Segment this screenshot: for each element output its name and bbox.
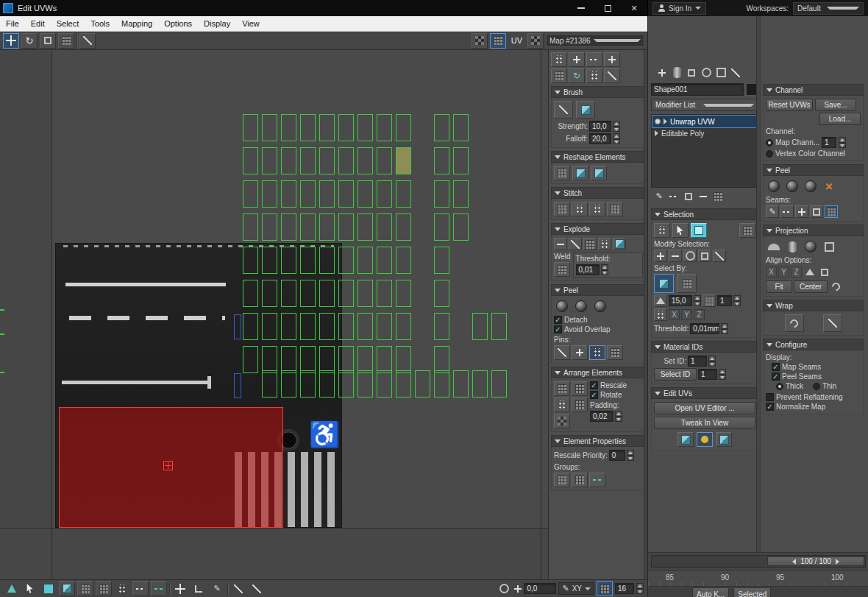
modify-tab-icon[interactable]: [670, 66, 683, 79]
uv-island-cell[interactable]: [396, 280, 411, 307]
snap-grid-toggle[interactable]: [597, 581, 613, 596]
uv-island-cell[interactable]: [262, 180, 277, 208]
uv-island-cell[interactable]: [377, 147, 392, 174]
edge-select-icon[interactable]: [672, 223, 689, 238]
open-uv-editor-button[interactable]: Open UV Editor ...: [654, 402, 755, 414]
sign-in-dropdown[interactable]: Sign In: [652, 2, 706, 15]
rollout-configure-header[interactable]: Configure: [763, 339, 864, 350]
link-icon[interactable]: [249, 581, 265, 596]
menu-tools[interactable]: Tools: [85, 16, 115, 32]
corner-typein-icon[interactable]: [191, 581, 207, 596]
uv-island-cell[interactable]: [434, 247, 449, 274]
menu-edit[interactable]: Edit: [25, 16, 51, 32]
pin-remove-icon[interactable]: [589, 345, 605, 360]
set-id-spinner[interactable]: [708, 356, 716, 367]
peel-mode-icon[interactable]: [573, 299, 589, 314]
uv-island-cell[interactable]: [281, 213, 296, 241]
space-vertical-icon[interactable]: [551, 68, 567, 83]
uv-island-cell[interactable]: [319, 346, 335, 373]
stitch-average-icon[interactable]: [589, 202, 605, 216]
pivot-center-icon[interactable]: [496, 581, 512, 596]
pack-normalize-icon[interactable]: [572, 381, 588, 396]
uv-island-cell[interactable]: [319, 114, 335, 141]
uv-island-cell[interactable]: [357, 370, 373, 398]
space-horizontal-icon[interactable]: [604, 52, 620, 67]
align-normal-icon[interactable]: [803, 266, 817, 278]
select-by-element-icon[interactable]: [739, 223, 755, 238]
rollout-material-ids-header[interactable]: Material IDs: [651, 341, 758, 353]
strength-spinner[interactable]: [613, 121, 620, 132]
rotate-checkbox[interactable]: ✓: [590, 391, 598, 399]
texture-checker-icon[interactable]: [527, 33, 544, 49]
fit-button[interactable]: Fit: [766, 280, 792, 293]
cube-mode-icon[interactable]: [59, 581, 75, 596]
seam-grid-icon[interactable]: [825, 205, 838, 218]
uv-island-cell[interactable]: [319, 370, 335, 398]
object-name-field[interactable]: Shape001: [651, 83, 744, 96]
uv-island-cell-blue[interactable]: [234, 314, 241, 339]
uv-island-cell[interactable]: [396, 114, 411, 141]
shrink-selection-icon[interactable]: [669, 250, 682, 262]
uv-island-cell[interactable]: [319, 147, 335, 174]
maximize-button[interactable]: [594, 0, 621, 16]
smoothing-group-icon[interactable]: [702, 294, 716, 307]
uv-island-cell[interactable]: [396, 247, 411, 274]
modifier-list-dropdown[interactable]: Modifier List: [651, 99, 758, 111]
uv-island-cell[interactable]: [243, 213, 258, 241]
uv-island-cell[interactable]: [472, 313, 488, 340]
uv-island-cell[interactable]: [357, 213, 373, 241]
checker-pattern-icon[interactable]: [490, 33, 506, 49]
uv-island-cell[interactable]: [300, 114, 316, 141]
uv-island-cell[interactable]: [396, 313, 411, 340]
rollout-brush-header[interactable]: Brush: [551, 86, 646, 98]
rotate-90-cw-icon[interactable]: [586, 68, 602, 83]
scale-tool-icon[interactable]: [40, 33, 56, 49]
seam-brackets-icon[interactable]: [810, 205, 823, 218]
loop-selection-icon[interactable]: [698, 250, 711, 262]
remove-modifier-icon[interactable]: [697, 190, 710, 202]
minimize-button[interactable]: [568, 0, 594, 16]
menu-mapping[interactable]: Mapping: [115, 16, 158, 32]
dots-column-icon[interactable]: [114, 581, 130, 596]
spline-wrap-icon[interactable]: [785, 314, 804, 332]
peel-mode-icon[interactable]: [784, 179, 800, 194]
uv-island-cell[interactable]: [281, 370, 296, 398]
uv-island-cell[interactable]: [319, 280, 335, 307]
uv-island-cell[interactable]: [453, 213, 469, 241]
polygon-select-icon[interactable]: [691, 223, 707, 238]
point-to-point-seam-icon[interactable]: [780, 205, 794, 218]
uv-island-cell[interactable]: [377, 247, 392, 274]
uv-island-cell[interactable]: [453, 147, 469, 174]
uv-island-cell[interactable]: [491, 313, 507, 340]
thin-radio[interactable]: [813, 383, 820, 390]
uv-island-cell[interactable]: [453, 180, 469, 208]
plane-dropdown[interactable]: ✎ XY: [558, 582, 594, 595]
select-id-button[interactable]: Select ID: [654, 368, 697, 381]
map-channel-radio[interactable]: [766, 139, 773, 146]
close-button[interactable]: ✕: [621, 0, 647, 16]
uv-island-cell[interactable]: [262, 370, 277, 398]
axis-z-button[interactable]: Z: [694, 309, 705, 320]
select-by-planar-icon[interactable]: [677, 274, 697, 293]
uv-island-cell[interactable]: [338, 280, 354, 307]
planar-angle-spinner[interactable]: [694, 295, 701, 306]
planar-angle-field[interactable]: 15,0: [669, 295, 692, 306]
box-map-icon[interactable]: [821, 239, 837, 254]
uv-island-cell[interactable]: [377, 180, 392, 208]
uv-island-cell[interactable]: [357, 114, 373, 141]
rollout-reshape-header[interactable]: Reshape Elements: [551, 151, 646, 163]
group-select-icon[interactable]: [589, 473, 605, 487]
time-slider-track[interactable]: 100 / 100: [651, 555, 866, 568]
thick-radio[interactable]: [776, 383, 783, 390]
show-end-result-icon[interactable]: [667, 190, 680, 202]
pin-add-icon[interactable]: [572, 345, 588, 360]
uv-island-cell[interactable]: [243, 346, 258, 373]
pin-show-icon[interactable]: [607, 345, 623, 360]
ring-selection-icon[interactable]: [683, 250, 697, 262]
falloff-field[interactable]: 20,0: [589, 133, 611, 144]
uv-island-cell[interactable]: [357, 247, 373, 274]
uv-island-cell[interactable]: [281, 346, 296, 373]
straighten-selection-icon[interactable]: [554, 166, 570, 180]
uv-island-cell[interactable]: [300, 213, 316, 241]
uv-island-cell[interactable]: [281, 147, 296, 174]
